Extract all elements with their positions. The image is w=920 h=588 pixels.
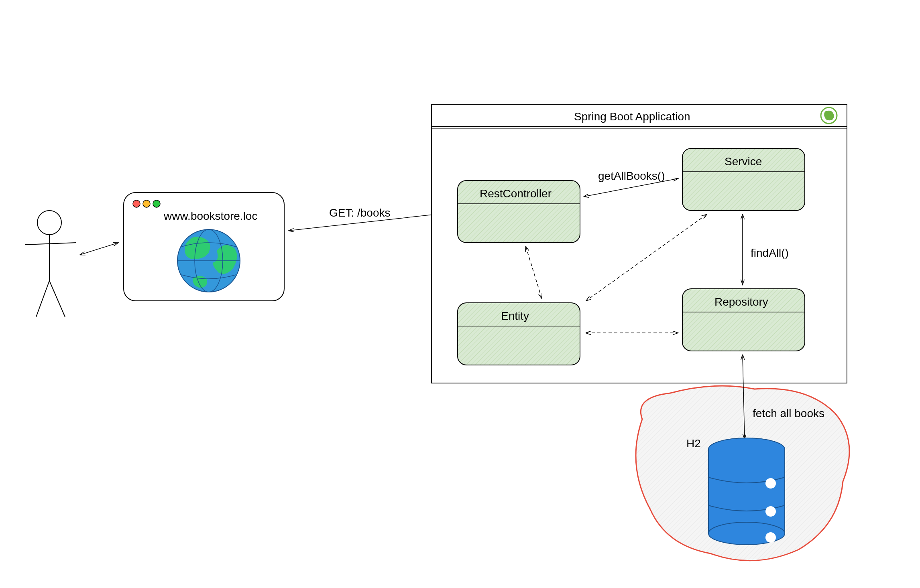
component-repository: Repository	[682, 289, 805, 351]
svg-line-6	[25, 243, 76, 245]
browser-window: www.bookstore.loc	[124, 193, 284, 301]
arrow-label-getallbooks: getAllBooks()	[598, 170, 665, 182]
svg-point-38	[765, 478, 776, 489]
arrow-user-browser	[80, 243, 118, 255]
component-service: Service	[682, 148, 805, 211]
arrow-label-get-books: GET: /books	[329, 207, 391, 219]
database-icon	[708, 438, 785, 545]
component-entity: Entity	[458, 303, 580, 365]
arrow-browser-controller: GET: /books	[289, 207, 452, 231]
repository-label: Repository	[714, 296, 768, 308]
svg-point-40	[765, 532, 776, 543]
svg-point-11	[143, 200, 150, 207]
arrow-label-findall: findAll()	[751, 247, 789, 259]
arrow-label-fetch: fetch all books	[753, 407, 824, 420]
entity-label: Entity	[501, 310, 529, 322]
svg-line-8	[49, 281, 65, 317]
browser-url: www.bookstore.loc	[163, 210, 257, 222]
db-label: H2	[686, 437, 701, 450]
svg-point-39	[765, 506, 776, 517]
svg-rect-34	[708, 449, 785, 533]
restcontroller-label: RestController	[480, 187, 552, 200]
actor-user	[25, 211, 76, 317]
component-restcontroller: RestController	[458, 180, 580, 243]
svg-point-12	[153, 200, 160, 207]
svg-line-7	[36, 281, 49, 317]
svg-point-4	[37, 211, 61, 235]
service-label: Service	[725, 155, 762, 168]
spring-app-title: Spring Boot Application	[574, 110, 690, 123]
globe-icon	[177, 229, 240, 292]
svg-point-10	[133, 200, 140, 207]
